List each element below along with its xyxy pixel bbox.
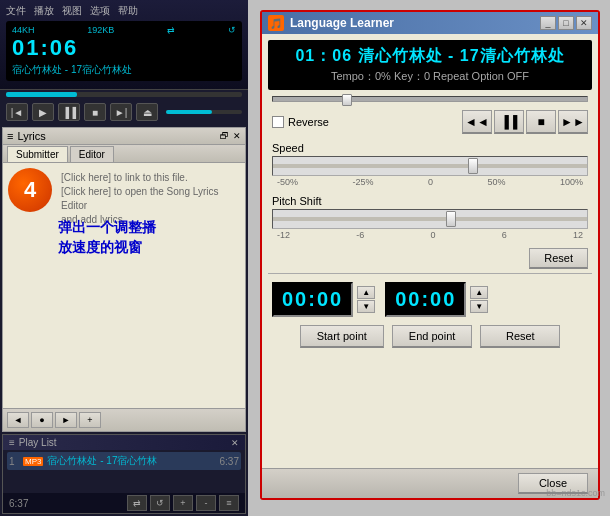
ll-reverse: Reverse	[272, 116, 329, 128]
lyrics-resize-icon[interactable]: 🗗	[220, 131, 229, 141]
left-panel: 文件 播放 视图 选项 帮助 44KH 192KB ⇄ ↺ 01:06 宿心竹林…	[0, 0, 248, 516]
lyrics-close-icon[interactable]: ✕	[233, 131, 241, 141]
progress-bar-container[interactable]	[0, 90, 248, 99]
menu-options[interactable]: 选项	[90, 4, 110, 18]
speed-tick-2: 0	[428, 177, 433, 187]
ll-pitch-thumb[interactable]	[446, 211, 456, 227]
pitch-tick-3: 6	[502, 230, 507, 240]
end-point-button[interactable]: End point	[392, 325, 472, 348]
start-time-down[interactable]: ▼	[357, 300, 375, 313]
ll-speed-track	[273, 164, 587, 168]
lyrics-btn-2[interactable]: ●	[31, 412, 53, 428]
reset-button[interactable]: Reset	[480, 325, 560, 348]
ll-speed-slider[interactable]	[272, 156, 588, 176]
lyrics-btn-1[interactable]: ◄	[7, 412, 29, 428]
player-track: 宿心竹林处 - 17宿心竹林处	[12, 63, 236, 77]
playlist-title: Play List	[19, 437, 57, 448]
lyrics-btn-4[interactable]: +	[79, 412, 101, 428]
lyrics-header-icon: ≡	[7, 130, 13, 142]
ll-track-display: 01：06 清心竹林处 - 17清心竹林处 Tempo：0% Key：0 Rep…	[268, 40, 592, 90]
rewind-button[interactable]: ◄◄	[462, 110, 492, 134]
lyrics-btn-3[interactable]: ►	[55, 412, 77, 428]
playlist-item-badge: MP3	[23, 457, 43, 466]
ll-speed-section: Speed -50% -25% 0 50% 100%	[262, 138, 598, 191]
ll-progress-thumb[interactable]	[342, 94, 352, 106]
bot-ctrl-repeat[interactable]: ↺	[150, 495, 170, 511]
bot-ctrl-shuffle[interactable]: ⇄	[127, 495, 147, 511]
ll-pitch-slider[interactable]	[272, 209, 588, 229]
playlist-header: ≡ Play List ✕	[3, 435, 245, 450]
bot-ctrl-list[interactable]: ≡	[219, 495, 239, 511]
ll-controls-row: Reverse ◄◄ ▐▐ ■ ►►	[262, 106, 598, 138]
menu-play[interactable]: 播放	[34, 4, 54, 18]
end-time-down[interactable]: ▼	[470, 300, 488, 313]
repeat-icon: ↺	[228, 25, 236, 35]
reverse-label: Reverse	[288, 116, 329, 128]
player-bitrate: 44KH	[12, 25, 35, 35]
lyrics-tabs: Submitter Editor	[3, 145, 245, 163]
ll-progress-track	[273, 97, 587, 101]
player-size: 192KB	[87, 25, 114, 35]
end-time-spinners: ▲ ▼	[470, 286, 488, 313]
lyrics-header: ≡ Lyrics 🗗 ✕	[3, 128, 245, 145]
playlist-item-num: 1	[9, 456, 19, 467]
pause-ll-button[interactable]: ▐▐	[494, 110, 524, 134]
prev-button[interactable]: |◄	[6, 103, 28, 121]
stop-button[interactable]: ■	[84, 103, 106, 121]
ll-titlebar: 🎵 Language Learner _ □ ✕	[262, 12, 598, 34]
watermark: bb=nds1c.com	[546, 488, 605, 498]
ll-pitch-track	[273, 217, 587, 221]
progress-fill	[6, 92, 77, 97]
annotation-bubble: 4	[8, 168, 52, 212]
speed-tick-3: 50%	[487, 177, 505, 187]
playlist-close-icon[interactable]: ✕	[231, 438, 239, 448]
maximize-button[interactable]: □	[558, 16, 574, 30]
ll-close-button[interactable]: ✕	[576, 16, 592, 30]
playlist-footer: 6:37 ⇄ ↺ + - ≡	[3, 493, 245, 513]
play-button[interactable]: ▶	[32, 103, 54, 121]
reverse-checkbox[interactable]	[272, 116, 284, 128]
bot-ctrl-add[interactable]: +	[173, 495, 193, 511]
ll-reset-area: Reset	[262, 244, 598, 273]
ll-win-controls: _ □ ✕	[540, 16, 592, 30]
bottom-controls: ⇄ ↺ + - ≡	[127, 495, 239, 511]
playlist-item-time: 6:37	[220, 456, 239, 467]
speed-tick-0: -50%	[277, 177, 298, 187]
player-time: 01:06	[12, 35, 236, 61]
shuffle-icon: ⇄	[167, 25, 175, 35]
end-time-up[interactable]: ▲	[470, 286, 488, 299]
pause-button[interactable]: ▐▐	[58, 103, 80, 121]
playlist-body: 1 MP3 宿心竹林处 - 17宿心竹林 6:37	[3, 450, 245, 493]
annotation-text: 弹出一个调整播 放速度的视窗	[58, 218, 156, 257]
ll-speed-thumb[interactable]	[468, 158, 478, 174]
open-button[interactable]: ⏏	[136, 103, 158, 121]
next-button[interactable]: ►|	[110, 103, 132, 121]
pitch-tick-1: -6	[356, 230, 364, 240]
ll-time-section: 00:00 ▲ ▼ 00:00 ▲ ▼	[262, 274, 598, 321]
volume-bar[interactable]	[166, 110, 242, 114]
stop-ll-button[interactable]: ■	[526, 110, 556, 134]
tab-submitter[interactable]: Submitter	[7, 146, 68, 162]
playlist-section: ≡ Play List ✕ 1 MP3 宿心竹林处 - 17宿心竹林 6:37 …	[2, 434, 246, 514]
start-time-up[interactable]: ▲	[357, 286, 375, 299]
start-point-button[interactable]: Start point	[300, 325, 384, 348]
speed-tick-1: -25%	[352, 177, 373, 187]
lyrics-section: ≡ Lyrics 🗗 ✕ Submitter Editor 4 [Click h…	[2, 127, 246, 432]
reset-pitch-speed-button[interactable]: Reset	[529, 248, 588, 269]
ll-playback-buttons: ◄◄ ▐▐ ■ ►►	[462, 110, 588, 134]
forward-button[interactable]: ►►	[558, 110, 588, 134]
menu-view[interactable]: 视图	[62, 4, 82, 18]
player-controls: |◄ ▶ ▐▐ ■ ►| ⏏	[0, 99, 248, 125]
tab-editor[interactable]: Editor	[70, 146, 114, 162]
player-menu: 文件 播放 视图 选项 帮助	[6, 4, 242, 18]
progress-bar[interactable]	[6, 92, 242, 97]
menu-help[interactable]: 帮助	[118, 4, 138, 18]
player-top: 文件 播放 视图 选项 帮助 44KH 192KB ⇄ ↺ 01:06 宿心竹林…	[0, 0, 248, 90]
minimize-button[interactable]: _	[540, 16, 556, 30]
menu-file[interactable]: 文件	[6, 4, 26, 18]
playlist-footer-time: 6:37	[9, 498, 28, 509]
ll-progress-slider[interactable]	[272, 96, 588, 102]
list-item[interactable]: 1 MP3 宿心竹林处 - 17宿心竹林 6:37	[7, 452, 241, 470]
bot-ctrl-remove[interactable]: -	[196, 495, 216, 511]
ll-title: Language Learner	[290, 16, 540, 30]
